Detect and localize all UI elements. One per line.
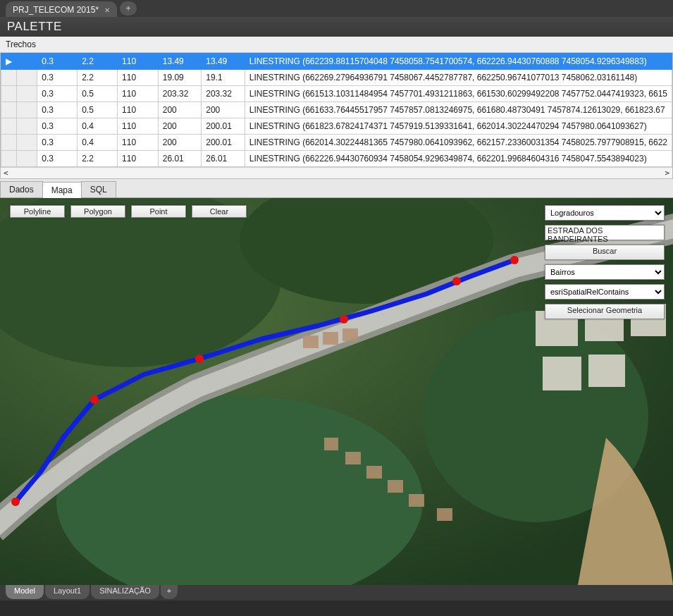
cell[interactable]: 200 [158, 135, 202, 151]
route-node[interactable] [510, 256, 519, 264]
table-row[interactable]: ▶0.32.211013.4913.49LINESTRING (662239.8… [1, 54, 672, 70]
cell[interactable]: 203.32 [158, 86, 202, 102]
cell[interactable]: 26.01 [202, 151, 245, 167]
add-layout-button[interactable]: + [161, 585, 178, 599]
group-select[interactable]: Bairros [545, 264, 665, 280]
cell[interactable]: 2.2 [78, 54, 118, 70]
cell[interactable]: 0.3 [37, 118, 78, 135]
svg-rect-16 [303, 335, 319, 348]
map-canvas[interactable]: Polyline Polygon Point Clear Logradouros… [0, 198, 673, 585]
svg-rect-15 [437, 508, 452, 521]
tab-sql[interactable]: SQL [81, 181, 116, 197]
svg-rect-11 [345, 452, 361, 464]
cell[interactable]: 110 [118, 118, 159, 135]
cell[interactable]: 2.2 [78, 70, 118, 86]
cell[interactable]: 200 [158, 102, 202, 118]
row-indicator: ▶ [1, 54, 17, 70]
cell[interactable]: LINESTRING (661513.10311484954 7457701.4… [245, 86, 672, 102]
map-toolbar: Polyline Polygon Point Clear [10, 205, 247, 218]
row-indicator [1, 151, 17, 167]
svg-rect-14 [409, 494, 424, 507]
row-handle [17, 135, 37, 151]
polygon-button[interactable]: Polygon [70, 205, 125, 218]
table-row[interactable]: 0.30.5110203.32203.32LINESTRING (661513.… [1, 86, 672, 102]
horizontal-scrollbar[interactable]: < > [1, 167, 672, 178]
document-tab-active[interactable]: PRJ_TELECOM 2015* ✕ [6, 1, 117, 17]
cell[interactable]: 200.01 [202, 135, 245, 151]
search-button[interactable]: Buscar [545, 245, 665, 260]
cell[interactable]: 0.3 [37, 86, 78, 102]
select-geometry-button[interactable]: Selecionar Geometria [545, 304, 665, 319]
layout-tab-layout1[interactable]: Layout1 [45, 585, 89, 599]
svg-rect-17 [323, 332, 338, 345]
cell[interactable]: LINESTRING (662239.88115704048 7458058.7… [245, 54, 672, 70]
clear-button[interactable]: Clear [192, 205, 247, 218]
cell[interactable]: 200 [158, 118, 202, 135]
layer-select[interactable]: Logradouros [545, 205, 665, 221]
tab-dados[interactable]: Dados [0, 181, 43, 197]
cell[interactable]: 26.01 [158, 151, 202, 167]
row-indicator [1, 102, 17, 118]
table-row[interactable]: 0.32.211019.0919.1LINESTRING (662269.279… [1, 70, 672, 86]
svg-rect-10 [324, 438, 338, 450]
cell[interactable]: 200 [202, 102, 245, 118]
cell[interactable]: LINESTRING (662226.94430760934 7458054.9… [245, 151, 672, 167]
cell[interactable]: 110 [118, 151, 159, 167]
cell[interactable]: 0.4 [78, 118, 118, 135]
cell[interactable]: 19.09 [158, 70, 202, 86]
layout-tab-model[interactable]: Model [6, 585, 44, 599]
street-input[interactable]: ESTRADA DOS BANDEIRANTES [545, 225, 665, 240]
cell[interactable]: 203.32 [202, 86, 245, 102]
cell[interactable]: 110 [118, 86, 159, 102]
table-row[interactable]: 0.30.4110200200.01LINESTRING (661823.678… [1, 118, 672, 135]
row-handle [17, 102, 37, 118]
cell[interactable]: 0.5 [78, 102, 118, 118]
scroll-left-icon[interactable]: < [1, 168, 11, 178]
cell[interactable]: 13.49 [158, 54, 202, 70]
layout-tabbar: ModelLayout1SINALIZAÇÃO+ [0, 585, 673, 600]
cell[interactable]: 200.01 [202, 118, 245, 135]
row-handle [17, 118, 37, 135]
route-node[interactable] [90, 395, 99, 404]
route-node[interactable] [452, 277, 461, 285]
layout-tab-sinalização[interactable]: SINALIZAÇÃO [91, 585, 159, 599]
cell[interactable]: 110 [118, 70, 159, 86]
cell[interactable]: 110 [118, 135, 159, 151]
tab-mapa[interactable]: Mapa [42, 182, 82, 198]
cell[interactable]: 0.3 [37, 151, 78, 167]
close-icon[interactable]: ✕ [104, 6, 110, 14]
cell[interactable]: LINESTRING (661823.67824174371 7457919.5… [245, 118, 672, 135]
cell[interactable]: 110 [118, 54, 159, 70]
add-document-button[interactable]: + [120, 1, 137, 16]
view-tabs: DadosMapaSQL [0, 179, 673, 198]
route-node[interactable] [11, 498, 20, 506]
cell[interactable]: LINESTRING (662014.30224481365 7457980.0… [245, 135, 672, 151]
table-row[interactable]: 0.30.4110200200.01LINESTRING (662014.302… [1, 135, 672, 151]
polyline-button[interactable]: Polyline [10, 205, 65, 218]
point-button[interactable]: Point [131, 205, 186, 218]
cell[interactable]: 19.1 [202, 70, 245, 86]
cell[interactable]: 13.49 [202, 54, 245, 70]
table-row[interactable]: 0.32.211026.0126.01LINESTRING (662226.94… [1, 151, 672, 167]
svg-rect-9 [588, 355, 625, 387]
cell[interactable]: 0.3 [37, 70, 78, 86]
data-grid[interactable]: ▶0.32.211013.4913.49LINESTRING (662239.8… [0, 53, 673, 179]
palette-title: PALETTE [0, 17, 673, 37]
svg-rect-8 [543, 357, 581, 390]
cell[interactable]: 0.5 [78, 86, 118, 102]
cell[interactable]: 0.4 [78, 135, 118, 151]
table-row[interactable]: 0.30.5110200200LINESTRING (661633.764455… [1, 102, 672, 118]
cell[interactable]: 2.2 [78, 151, 118, 167]
route-node[interactable] [195, 355, 204, 363]
cell[interactable]: 0.3 [37, 54, 78, 70]
cell[interactable]: 0.3 [37, 135, 78, 151]
spatial-rel-select[interactable]: esriSpatialRelContains [545, 284, 665, 300]
scroll-right-icon[interactable]: > [662, 168, 672, 178]
cell[interactable]: LINESTRING (661633.76445517957 7457857.0… [245, 102, 672, 118]
route-node[interactable] [340, 315, 348, 324]
cell[interactable]: 110 [118, 102, 159, 118]
cell[interactable]: 0.3 [37, 102, 78, 118]
row-handle [17, 70, 37, 86]
row-indicator [1, 118, 17, 135]
cell[interactable]: LINESTRING (662269.27964936791 7458067.4… [245, 70, 672, 86]
